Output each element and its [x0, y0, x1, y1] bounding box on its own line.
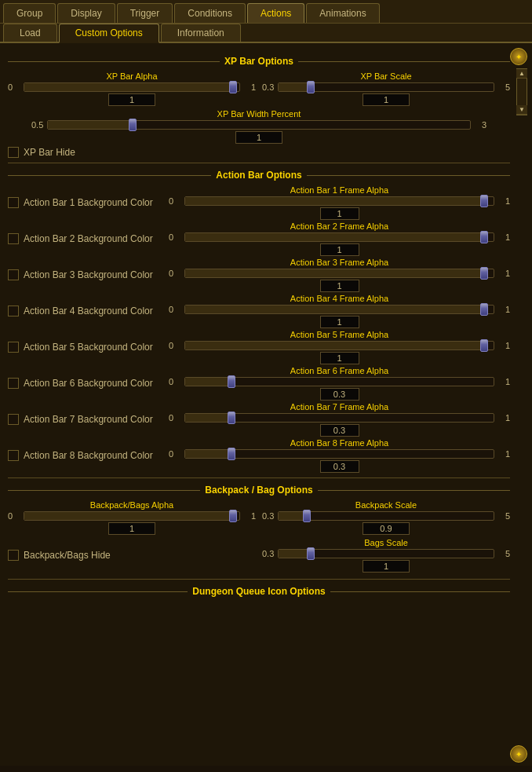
- action-bar-4-checkbox[interactable]: [8, 306, 19, 316]
- scroll-down-button[interactable]: ▼: [516, 105, 527, 115]
- action-bar-6-input[interactable]: [320, 388, 359, 401]
- action-bar-2-alpha-label: Action Bar 2 Frame Alpha: [169, 221, 510, 231]
- tab-actions[interactable]: Actions: [247, 3, 304, 23]
- action-bar-8-slider-row: 0 1: [169, 449, 510, 459]
- backpack-scale-input[interactable]: [363, 522, 410, 535]
- dungeon-section-header: Dungeon Queue Icon Options: [8, 586, 510, 597]
- backpack-hide-bags-row: Backpack/Bags Hide Bags Scale 0.3 5: [8, 538, 510, 573]
- action-bar-6-left: Action Bar 6 Background Color: [8, 378, 169, 389]
- tab-custom-options[interactable]: Custom Options: [59, 24, 159, 43]
- scroll-up-button[interactable]: ▲: [516, 69, 527, 79]
- tab-bar-top: Group Display Trigger Conditions Actions…: [0, 0, 532, 24]
- xp-alpha-slider-row: 0 1: [8, 82, 256, 92]
- backpack-hide-group: Backpack/Bags Hide: [8, 550, 256, 561]
- action-bar-2-slider-row: 0 1: [169, 232, 510, 242]
- action-bar-3-row: Action Bar 3 Background Color Action Bar…: [8, 258, 510, 292]
- tab-conditions[interactable]: Conditions: [174, 3, 246, 23]
- action-bar-5-row: Action Bar 5 Background Color Action Bar…: [8, 330, 510, 364]
- action-bar-5-slider[interactable]: [184, 341, 494, 350]
- action-bar-3-checkbox[interactable]: [8, 269, 19, 280]
- action-bar-6-bg-label: Action Bar 6 Background Color: [24, 378, 153, 389]
- xp-width-label: XP Bar Width Percent: [8, 109, 510, 119]
- action-bar-1-slider[interactable]: [184, 196, 494, 206]
- xp-alpha-label: XP Bar Alpha: [8, 71, 256, 81]
- action-bar-2-checkbox[interactable]: [8, 233, 19, 244]
- action-bar-2-row: Action Bar 2 Background Color Action Bar…: [8, 221, 510, 256]
- xp-alpha-input[interactable]: [108, 93, 155, 106]
- action-bar-6-right: Action Bar 6 Frame Alpha 0 1: [169, 366, 510, 401]
- backpack-alpha-slider[interactable]: [24, 511, 240, 521]
- action-bar-6-alpha-label: Action Bar 6 Frame Alpha: [169, 366, 510, 375]
- action-bar-1-slider-row: 0 1: [169, 196, 510, 206]
- corner-icon-bottom[interactable]: ✦: [510, 745, 527, 763]
- xp-scale-slider-row: 0.3 5: [262, 82, 510, 92]
- action-bar-8-slider[interactable]: [184, 449, 494, 459]
- action-bar-3-bg-label: Action Bar 3 Background Color: [24, 269, 153, 280]
- backpack-section-header: Backpack / Bag Options: [8, 485, 510, 496]
- action-bar-7-bg-label: Action Bar 7 Background Color: [24, 414, 153, 425]
- xp-width-slider[interactable]: [47, 120, 471, 130]
- action-bar-7-right: Action Bar 7 Frame Alpha 0 1: [169, 402, 510, 437]
- action-bar-2-slider[interactable]: [184, 232, 494, 242]
- xp-alpha-slider[interactable]: [24, 82, 240, 92]
- backpack-alpha-group: Backpack/Bags Alpha 0 1: [8, 500, 256, 535]
- action-bar-4-slider[interactable]: [184, 305, 494, 314]
- tab-load[interactable]: Load: [3, 24, 57, 42]
- backpack-scale-slider-row: 0.3 5: [262, 511, 510, 521]
- divider-2: [8, 477, 510, 478]
- action-bar-2-input[interactable]: [320, 243, 359, 256]
- action-bar-8-bg-label: Action Bar 8 Background Color: [24, 450, 153, 461]
- action-bar-4-right: Action Bar 4 Frame Alpha 0 1: [169, 294, 510, 328]
- xp-width-input[interactable]: [235, 131, 282, 144]
- action-bar-4-input[interactable]: [320, 316, 359, 328]
- tab-display[interactable]: Display: [57, 3, 115, 23]
- action-bar-1-alpha-label: Action Bar 1 Frame Alpha: [169, 185, 510, 195]
- action-bar-1-input[interactable]: [320, 207, 359, 220]
- corner-icon-top[interactable]: ✦: [510, 48, 527, 65]
- action-bar-4-left: Action Bar 4 Background Color: [8, 306, 169, 316]
- xp-scale-input[interactable]: [363, 93, 410, 106]
- action-bar-3-left: Action Bar 3 Background Color: [8, 269, 169, 280]
- bags-scale-label: Bags Scale: [262, 538, 510, 547]
- tab-information[interactable]: Information: [161, 24, 241, 42]
- action-bar-6-slider[interactable]: [184, 377, 494, 386]
- action-bar-7-alpha-label: Action Bar 7 Frame Alpha: [169, 402, 510, 412]
- action-bar-6-checkbox[interactable]: [8, 378, 19, 389]
- action-bar-7-input[interactable]: [320, 424, 359, 437]
- action-bar-5-input[interactable]: [320, 352, 359, 364]
- backpack-alpha-scale-row: Backpack/Bags Alpha 0 1 Backpack Scale 0…: [8, 500, 510, 535]
- tab-trigger[interactable]: Trigger: [117, 3, 173, 23]
- backpack-scale-group: Backpack Scale 0.3 5: [262, 500, 510, 535]
- action-bar-7-slider-row: 0 1: [169, 413, 510, 423]
- backpack-scale-slider[interactable]: [278, 511, 494, 521]
- backpack-alpha-input[interactable]: [108, 522, 155, 535]
- backpack-hide-checkbox[interactable]: [8, 550, 19, 561]
- action-bar-5-alpha-label: Action Bar 5 Frame Alpha: [169, 330, 510, 339]
- action-bar-7-slider[interactable]: [184, 413, 494, 423]
- action-bar-2-right: Action Bar 2 Frame Alpha 0 1: [169, 221, 510, 256]
- action-bar-8-checkbox[interactable]: [8, 450, 19, 461]
- action-bar-5-slider-row: 0 1: [169, 341, 510, 350]
- xp-scale-slider[interactable]: [278, 82, 494, 92]
- action-bar-1-right: Action Bar 1 Frame Alpha 0 1: [169, 185, 510, 220]
- action-bar-4-bg-label: Action Bar 4 Background Color: [24, 306, 153, 316]
- tab-group[interactable]: Group: [3, 3, 56, 23]
- bags-scale-slider[interactable]: [278, 549, 494, 558]
- xp-scale-group: XP Bar Scale 0.3 5: [262, 71, 510, 106]
- action-bar-3-slider[interactable]: [184, 269, 494, 278]
- action-bar-5-right: Action Bar 5 Frame Alpha 0 1: [169, 330, 510, 364]
- backpack-scale-label: Backpack Scale: [262, 500, 510, 510]
- xp-width-slider-row: 0.5 3: [8, 120, 510, 130]
- xp-bar-section-header: XP Bar Options: [8, 56, 510, 67]
- xp-scale-label: XP Bar Scale: [262, 71, 510, 81]
- backpack-hide-checkbox-row: Backpack/Bags Hide: [8, 550, 256, 561]
- bags-scale-input[interactable]: [363, 560, 410, 573]
- tab-animations[interactable]: Animations: [306, 3, 379, 23]
- action-bar-7-checkbox[interactable]: [8, 414, 19, 425]
- action-bar-1-checkbox[interactable]: [8, 197, 19, 208]
- xp-hide-checkbox[interactable]: [8, 147, 19, 158]
- action-bar-4-row: Action Bar 4 Background Color Action Bar…: [8, 294, 510, 328]
- action-bar-3-input[interactable]: [320, 280, 359, 292]
- action-bar-8-input[interactable]: [320, 460, 359, 473]
- action-bar-5-checkbox[interactable]: [8, 342, 19, 353]
